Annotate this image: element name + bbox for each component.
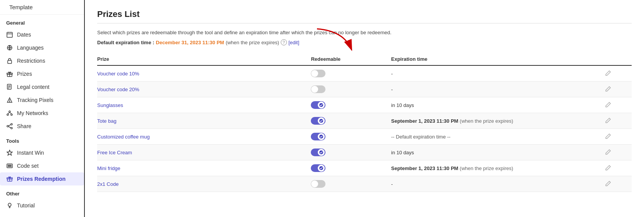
toggle-switch[interactable] (311, 70, 325, 77)
sidebar-item-my-networks[interactable]: My Networks (0, 107, 84, 120)
default-expiry-when: (when the prize expires) (226, 40, 279, 45)
redeemable-cell (311, 97, 391, 113)
default-expiry-date: December 31, 2023 11:30 PM (156, 40, 224, 45)
table-row: Sunglasses in 10 days (97, 97, 632, 113)
sidebar-label-dates: Dates (17, 32, 31, 38)
description: Select which prizes are redeemable throu… (97, 30, 632, 35)
edit-cell (605, 145, 632, 160)
sidebar-item-tutorial[interactable]: Tutorial (0, 199, 84, 212)
barcode-icon (6, 162, 13, 169)
prize-name[interactable]: Mini fridge (97, 165, 120, 171)
edit-cell (605, 129, 632, 145)
prize-name[interactable]: Sunglasses (97, 102, 123, 108)
svg-line-24 (8, 112, 10, 114)
svg-point-20 (10, 102, 10, 102)
toggle-switch[interactable] (311, 180, 325, 188)
sidebar-label-code-set: Code set (17, 163, 39, 169)
redeemable-cell (311, 129, 391, 145)
svg-point-23 (11, 114, 12, 115)
edit-cell (605, 160, 632, 176)
help-icon[interactable]: ? (281, 39, 287, 45)
prizes-table: Prize Redeemable Expiration time Voucher… (97, 53, 632, 192)
sidebar-section-general: General (0, 15, 84, 28)
prize-name[interactable]: Customized coffee mug (97, 134, 150, 140)
edit-icon[interactable] (605, 119, 611, 125)
toggle-switch[interactable] (311, 164, 325, 172)
expiration-cell: - (391, 65, 605, 82)
edit-icon[interactable] (605, 72, 611, 77)
sidebar-item-languages[interactable]: Languages (0, 41, 84, 54)
edit-link[interactable]: [edit] (288, 40, 299, 45)
default-expiry-label: Default expiration time : (97, 40, 154, 45)
sidebar-label-legal: Legal content (17, 84, 49, 90)
col-header-prize: Prize (97, 53, 311, 65)
edit-icon[interactable] (605, 182, 611, 188)
sidebar-label-networks: My Networks (17, 110, 48, 116)
toggle-switch[interactable] (311, 117, 325, 125)
toggle-switch[interactable] (311, 85, 325, 93)
sidebar-section-other: Other (0, 185, 84, 199)
edit-icon[interactable] (605, 150, 611, 156)
lightbulb-icon (6, 202, 13, 209)
edit-cell (605, 97, 632, 113)
expiration-dash: - (391, 87, 393, 92)
sidebar-label-share: Share (17, 123, 31, 129)
prize-name[interactable]: Free Ice Cream (97, 150, 132, 155)
expiration-cell: September 1, 2023 11:30 PM (when the pri… (391, 160, 605, 176)
table-row: Customized coffee mug -- Default expirat… (97, 129, 632, 145)
sidebar-label-tutorial: Tutorial (17, 202, 35, 209)
expiration-text: -- Default expiration time -- (391, 134, 450, 140)
svg-point-22 (7, 114, 8, 115)
prize-name[interactable]: Voucher code 10% (97, 71, 139, 77)
svg-rect-10 (8, 60, 12, 63)
table-row: Tote bag September 1, 2023 11:30 PM (whe… (97, 113, 632, 129)
svg-line-30 (8, 127, 11, 128)
redeemable-cell (311, 160, 391, 176)
prize-name[interactable]: Tote bag (97, 118, 116, 124)
prize-name[interactable]: Voucher code 20% (97, 87, 139, 92)
sidebar-item-share[interactable]: Share (0, 120, 84, 133)
tracking-icon (6, 97, 13, 103)
redeemable-cell (311, 113, 391, 129)
svg-line-25 (10, 112, 12, 114)
sidebar-item-restrictions[interactable]: Restrictions (0, 54, 84, 67)
edit-cell (605, 82, 632, 97)
sidebar-item-tracking-pixels[interactable]: Tracking Pixels (0, 93, 84, 107)
expiration-text: September 1, 2023 11:30 PM (when the pri… (391, 165, 513, 171)
gift-icon (6, 70, 13, 77)
sidebar-item-legal-content[interactable]: Legal content (0, 80, 84, 93)
svg-point-21 (9, 111, 10, 112)
toggle-switch[interactable] (311, 133, 325, 140)
col-header-redeemable: Redeemable (311, 53, 391, 65)
sidebar-top-label: Template (9, 4, 33, 10)
edit-icon[interactable] (605, 87, 611, 93)
expiration-dash: - (391, 181, 393, 187)
edit-icon[interactable] (605, 135, 611, 140)
expiration-cell: in 10 days (391, 97, 605, 113)
edit-cell (605, 176, 632, 192)
legal-icon (6, 83, 13, 90)
sidebar-item-instant-win[interactable]: Instant Win (0, 146, 84, 159)
title-divider (97, 23, 632, 23)
main-content: Prizes List Select which prizes are rede… (85, 0, 644, 217)
sidebar-item-code-set[interactable]: Code set (0, 159, 84, 172)
prize-name[interactable]: 2x1 Code (97, 181, 119, 187)
sidebar-label-restrictions: Restrictions (17, 58, 45, 64)
sidebar-item-prizes-redemption[interactable]: Prizes Redemption (0, 172, 84, 185)
lock-icon (6, 57, 13, 64)
toggle-switch[interactable] (311, 149, 325, 156)
edit-cell (605, 65, 632, 82)
edit-icon[interactable] (605, 166, 611, 172)
sidebar-item-dates[interactable]: Dates (0, 28, 84, 41)
svg-point-28 (11, 127, 12, 129)
page-title: Prizes List (97, 9, 632, 19)
table-row: Free Ice Cream in 10 days (97, 145, 632, 160)
sidebar-item-prizes[interactable]: Prizes (0, 67, 84, 80)
sidebar-top-item[interactable]: Template (0, 0, 84, 15)
sidebar-label-instant-win: Instant Win (17, 150, 44, 156)
toggle-switch[interactable] (311, 101, 325, 109)
gift-check-icon (6, 175, 13, 182)
expiration-cell: September 1, 2023 11:30 PM (when the pri… (391, 113, 605, 129)
edit-icon[interactable] (605, 103, 611, 109)
table-row: 2x1 Code - (97, 176, 632, 192)
